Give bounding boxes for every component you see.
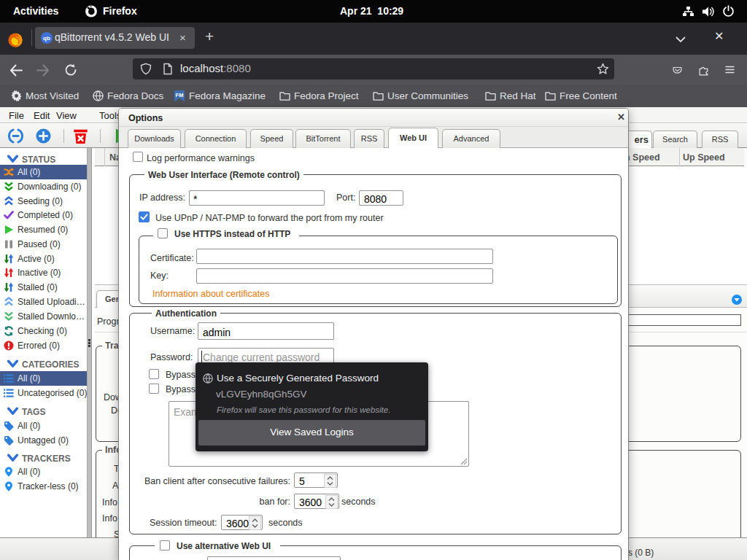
svg-text:FM: FM <box>176 92 184 98</box>
svg-text:qb: qb <box>43 35 50 42</box>
